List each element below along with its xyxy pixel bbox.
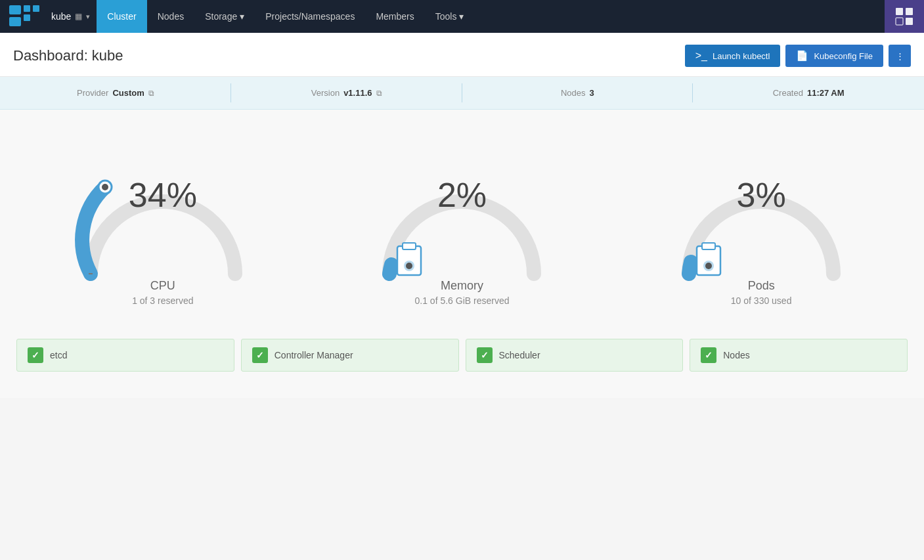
svg-point-19 bbox=[705, 263, 712, 269]
status-nodes: ✓ Nodes bbox=[690, 339, 908, 372]
navbar-brand[interactable]: kube ▦ ▾ bbox=[49, 0, 97, 33]
terminal-icon: >_ bbox=[695, 50, 707, 62]
pods-percent: 3% bbox=[737, 178, 786, 212]
brand-name: kube bbox=[51, 11, 71, 22]
svg-rect-4 bbox=[24, 14, 30, 21]
nodes-check-icon: ✓ bbox=[701, 347, 716, 363]
pods-gauge-wrapper: 3% bbox=[669, 136, 853, 267]
nav-storage[interactable]: Storage ▾ bbox=[194, 0, 255, 33]
svg-rect-5 bbox=[896, 8, 903, 15]
kubeconfig-label: Kubeconfig File bbox=[814, 51, 873, 61]
pods-gauge: 3% Pods 10 of 330 used bbox=[636, 136, 886, 306]
created-label: Created bbox=[773, 88, 803, 98]
etcd-label: etcd bbox=[50, 350, 67, 360]
nodes-label: Nodes bbox=[561, 88, 586, 98]
cpu-gauge-svg bbox=[71, 136, 255, 293]
svg-rect-17 bbox=[702, 243, 715, 249]
status-scheduler: ✓ Scheduler bbox=[466, 339, 684, 372]
provider-label: Provider bbox=[77, 88, 108, 98]
pods-sublabel: 10 of 330 used bbox=[731, 295, 792, 306]
app-switcher-icon[interactable] bbox=[885, 0, 924, 33]
scheduler-check-icon: ✓ bbox=[477, 347, 493, 363]
memory-center: 2% bbox=[437, 178, 487, 212]
cpu-sublabel: 1 of 3 reserved bbox=[132, 295, 193, 306]
etcd-check-icon: ✓ bbox=[28, 347, 43, 363]
svg-rect-8 bbox=[906, 18, 913, 25]
svg-rect-2 bbox=[24, 5, 30, 12]
launch-kubectl-label: Launch kubectl bbox=[713, 51, 770, 61]
cpu-gauge: 34% CPU 1 of 3 reserved bbox=[38, 136, 288, 306]
provider-info: Provider Custom ⧉ bbox=[0, 77, 231, 109]
page-header: Dashboard: kube >_ Launch kubectl 📄 Kube… bbox=[0, 33, 924, 77]
nav-items: Cluster Nodes Storage ▾ Projects/Namespa… bbox=[97, 0, 474, 33]
cpu-gauge-wrapper: 34% bbox=[71, 136, 255, 267]
version-value: v1.11.6 bbox=[343, 88, 372, 98]
nav-projects[interactable]: Projects/Namespaces bbox=[255, 0, 365, 33]
tools-chevron-icon: ▾ bbox=[459, 11, 464, 22]
storage-chevron-icon: ▾ bbox=[240, 11, 244, 22]
controller-manager-label: Controller Manager bbox=[275, 350, 353, 360]
more-options-button[interactable]: ⋮ bbox=[889, 45, 911, 67]
svg-rect-1 bbox=[9, 17, 21, 26]
memory-percent: 2% bbox=[437, 178, 487, 212]
svg-rect-6 bbox=[906, 8, 913, 15]
svg-rect-13 bbox=[403, 243, 416, 249]
server-icon: ▦ bbox=[75, 12, 82, 21]
document-icon: 📄 bbox=[796, 50, 808, 62]
nav-cluster[interactable]: Cluster bbox=[97, 0, 146, 33]
dots-icon: ⋮ bbox=[896, 51, 904, 61]
svg-rect-3 bbox=[33, 5, 39, 12]
copy-provider-icon[interactable]: ⧉ bbox=[148, 89, 154, 98]
created-info: Created 11:27 AM bbox=[693, 77, 924, 109]
scheduler-label: Scheduler bbox=[499, 350, 540, 360]
cpu-percent: 34% bbox=[129, 178, 197, 212]
info-bar: Provider Custom ⧉ Version v1.11.6 ⧉ Node… bbox=[0, 77, 924, 110]
navbar-logo bbox=[0, 0, 49, 33]
created-value: 11:27 AM bbox=[807, 88, 845, 98]
memory-gauge-svg bbox=[370, 136, 554, 293]
memory-sublabel: 0.1 of 5.6 GiB reserved bbox=[415, 295, 510, 306]
pods-gauge-svg bbox=[669, 136, 853, 293]
nav-members[interactable]: Members bbox=[365, 0, 424, 33]
version-label: Version bbox=[311, 88, 340, 98]
svg-rect-7 bbox=[896, 18, 903, 25]
status-etcd: ✓ etcd bbox=[16, 339, 234, 372]
nav-tools[interactable]: Tools ▾ bbox=[425, 0, 475, 33]
pods-center: 3% bbox=[737, 178, 786, 212]
launch-kubectl-button[interactable]: >_ Launch kubectl bbox=[685, 45, 781, 67]
memory-gauge-wrapper: 2% bbox=[370, 136, 554, 267]
page-title: Dashboard: kube bbox=[13, 47, 123, 64]
status-controller-manager: ✓ Controller Manager bbox=[241, 339, 459, 372]
status-bar: ✓ etcd ✓ Controller Manager ✓ Scheduler … bbox=[13, 339, 911, 385]
svg-point-10 bbox=[102, 184, 108, 190]
navbar: kube ▦ ▾ Cluster Nodes Storage ▾ Project… bbox=[0, 0, 924, 33]
svg-rect-0 bbox=[9, 5, 21, 14]
cpu-center: 34% bbox=[129, 178, 197, 212]
controller-check-icon: ✓ bbox=[252, 347, 268, 363]
header-actions: >_ Launch kubectl 📄 Kubeconfig File ⋮ bbox=[685, 45, 911, 67]
copy-version-icon[interactable]: ⧉ bbox=[376, 89, 382, 98]
gauges-row: 34% CPU 1 of 3 reserved bbox=[13, 123, 911, 326]
provider-value: Custom bbox=[112, 88, 144, 98]
svg-point-15 bbox=[406, 263, 412, 269]
nodes-value: 3 bbox=[590, 88, 594, 98]
nav-right bbox=[885, 0, 924, 33]
nodes-status-label: Nodes bbox=[723, 350, 749, 360]
kubeconfig-file-button[interactable]: 📄 Kubeconfig File bbox=[785, 45, 883, 67]
memory-gauge: 2% Memory 0.1 of 5.6 GiB reserved bbox=[337, 136, 586, 306]
logo-icon bbox=[8, 4, 41, 29]
nodes-info: Nodes 3 bbox=[462, 77, 693, 109]
brand-chevron-icon: ▾ bbox=[86, 12, 90, 21]
version-info: Version v1.11.6 ⧉ bbox=[231, 77, 462, 109]
main-content: 34% CPU 1 of 3 reserved bbox=[0, 110, 924, 398]
nav-nodes[interactable]: Nodes bbox=[147, 0, 194, 33]
